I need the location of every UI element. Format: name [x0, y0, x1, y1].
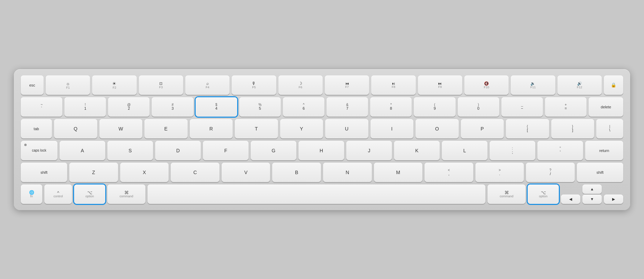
key-0[interactable]: ) 0 [458, 97, 499, 117]
key-f12[interactable]: 🔊 F12 [557, 75, 602, 95]
key-f11[interactable]: 🔉 F11 [511, 75, 555, 95]
fn-row: esc ☼ F1 ☀ F2 ⊡ F3 ⌕ F4 🎙 F5 ☽ F6 ⏮ F7 [21, 75, 623, 95]
key-shift-right[interactable]: shift [577, 163, 623, 182]
key-p[interactable]: P [461, 119, 504, 138]
key-5[interactable]: % 5 [239, 97, 281, 117]
key-f[interactable]: F [203, 141, 249, 160]
key-space[interactable] [147, 184, 485, 204]
key-n[interactable]: N [323, 163, 372, 182]
key-t[interactable]: T [235, 119, 278, 138]
key-4[interactable]: $ 4 [196, 97, 237, 117]
key-a[interactable]: A [60, 141, 105, 160]
key-h[interactable]: H [298, 141, 344, 160]
key-7[interactable]: & 7 [327, 97, 368, 117]
key-arrow-down[interactable]: ▼ [582, 195, 602, 204]
key-quote[interactable]: " ' [537, 141, 583, 160]
key-caps-lock[interactable]: caps lock [21, 141, 57, 160]
key-g[interactable]: G [251, 141, 296, 160]
key-f9[interactable]: ⏭ F9 [418, 75, 462, 95]
bottom-row: 🌐 fn ^ control ⌥ option ⌘ command ⌘ comm… [21, 184, 623, 204]
key-f8[interactable]: ⏯ F8 [371, 75, 415, 95]
asdf-row: caps lock A S D F G H J K L : ; [21, 141, 623, 160]
key-f3[interactable]: ⊡ F3 [139, 75, 183, 95]
key-8[interactable]: * 8 [370, 97, 412, 117]
key-comma[interactable]: < , [424, 163, 473, 182]
key-f7[interactable]: ⏮ F7 [325, 75, 369, 95]
key-equal[interactable]: + = [545, 97, 587, 117]
key-f6[interactable]: ☽ F6 [278, 75, 323, 95]
key-z[interactable]: Z [69, 163, 118, 182]
key-command-left[interactable]: ⌘ command [107, 184, 145, 204]
keyboard: esc ☼ F1 ☀ F2 ⊡ F3 ⌕ F4 🎙 F5 ☽ F6 ⏮ F7 [14, 69, 630, 210]
key-o[interactable]: O [415, 119, 459, 138]
key-period[interactable]: > . [475, 163, 524, 182]
key-f10[interactable]: 🔇 F10 [464, 75, 509, 95]
key-minus[interactable]: _ − [501, 97, 543, 117]
key-fn[interactable]: 🌐 fn [21, 184, 42, 204]
key-b[interactable]: B [272, 163, 321, 182]
key-option-left[interactable]: ⌥ option [74, 184, 105, 204]
key-f1[interactable]: ☼ F1 [46, 75, 90, 95]
key-backslash[interactable]: | \ [596, 119, 623, 138]
key-semicolon[interactable]: : ; [490, 141, 535, 160]
key-f5[interactable]: 🎙 F5 [232, 75, 276, 95]
key-s[interactable]: S [107, 141, 153, 160]
key-6[interactable]: ^ 6 [283, 97, 324, 117]
number-row: ~ ` ! 1 @ 2 # 3 $ 4 % 5 ^ 6 & 7 [21, 97, 623, 117]
key-shift-left[interactable]: shift [21, 163, 67, 182]
key-return[interactable]: return [585, 141, 623, 160]
key-option-right[interactable]: ⌥ option [528, 184, 559, 204]
key-w[interactable]: W [99, 119, 143, 138]
key-c[interactable]: C [171, 163, 220, 182]
key-y[interactable]: Y [280, 119, 323, 138]
key-1[interactable]: ! 1 [64, 97, 106, 117]
key-tab[interactable]: tab [21, 119, 52, 138]
key-l[interactable]: L [442, 141, 488, 160]
key-m[interactable]: M [374, 163, 423, 182]
key-v[interactable]: V [222, 163, 270, 182]
key-slash[interactable]: ? / [526, 163, 575, 182]
key-lock[interactable]: 🔒 [604, 75, 623, 95]
key-r[interactable]: R [190, 119, 233, 138]
key-2[interactable]: @ 2 [108, 97, 150, 117]
key-command-right[interactable]: ⌘ command [488, 184, 526, 204]
key-arrow-left[interactable]: ◀ [561, 195, 580, 204]
key-control[interactable]: ^ control [44, 184, 72, 204]
key-esc[interactable]: esc [21, 75, 44, 95]
key-d[interactable]: D [155, 141, 201, 160]
key-f4[interactable]: ⌕ F4 [185, 75, 230, 95]
key-j[interactable]: J [346, 141, 392, 160]
key-k[interactable]: K [394, 141, 440, 160]
key-x[interactable]: X [120, 163, 169, 182]
key-bracket-r[interactable]: } ] [551, 119, 594, 138]
key-arrow-up[interactable]: ▲ [582, 184, 602, 194]
key-u[interactable]: U [325, 119, 368, 138]
key-delete[interactable]: delete [589, 97, 623, 117]
key-f2[interactable]: ☀ F2 [92, 75, 136, 95]
key-backtick[interactable]: ~ ` [21, 97, 62, 117]
key-9[interactable]: ( 9 [414, 97, 455, 117]
zxcv-row: shift Z X C V B N M < , > . [21, 163, 623, 182]
key-e[interactable]: E [144, 119, 188, 138]
key-q[interactable]: Q [54, 119, 97, 138]
key-i[interactable]: I [370, 119, 414, 138]
key-arrow-right[interactable]: ▶ [604, 195, 623, 204]
key-bracket-l[interactable]: { [ [506, 119, 549, 138]
key-3[interactable]: # 3 [152, 97, 193, 117]
qwerty-row: tab Q W E R T Y U I O P [21, 119, 623, 138]
